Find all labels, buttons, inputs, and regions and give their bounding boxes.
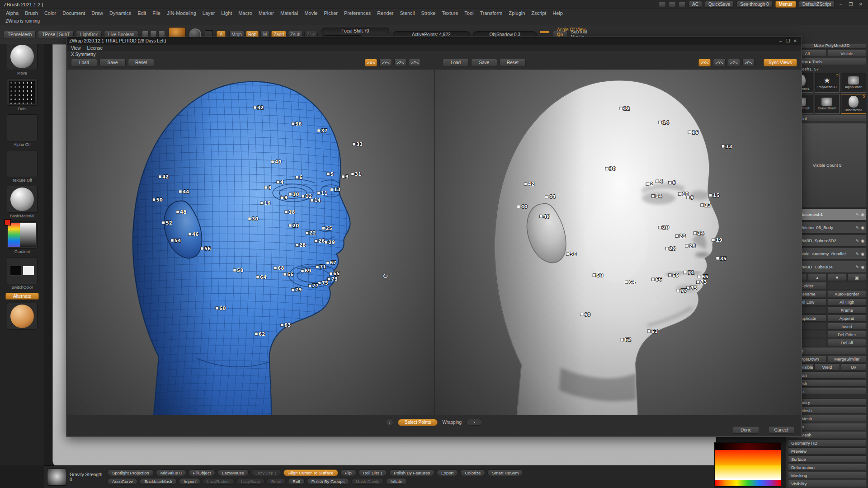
correspondence-point[interactable] (646, 183, 649, 186)
correspondence-point[interactable] (216, 307, 218, 310)
titlebar-menus[interactable]: Menus (775, 1, 796, 8)
shelf-texture-off-thumb[interactable] (7, 150, 38, 177)
correspondence-point[interactable] (289, 193, 292, 196)
menu-color[interactable]: Color (41, 10, 59, 16)
zwrap-titlebar[interactable]: ZWrap 2020.12.1 TRIAL PERIOD (26 Days Le… (66, 37, 802, 45)
menu-transform[interactable]: Transform (477, 10, 506, 16)
menu-zplugin[interactable]: Zplugin (505, 10, 528, 16)
correspondence-point[interactable] (271, 160, 274, 163)
focal-shift-slider[interactable]: Focal Shift 70 (321, 28, 389, 34)
zwrap-left-load[interactable]: Load (71, 59, 97, 66)
section-visibility[interactable]: Visibility (788, 480, 866, 487)
menu-dynamics[interactable]: Dynamics (106, 10, 134, 16)
correspondence-point[interactable] (264, 186, 267, 189)
correspondence-point[interactable] (524, 183, 527, 186)
correspondence-point[interactable] (678, 192, 681, 196)
correspondence-point[interactable] (233, 269, 236, 272)
section-geometry-hd[interactable]: Geometry HD (788, 439, 866, 446)
white-sculpt-head[interactable]: 1214163330246941091315194248444056582022… (476, 70, 757, 415)
correspondence-point[interactable] (580, 313, 583, 316)
correspondence-point[interactable] (677, 289, 680, 292)
correspondence-point[interactable] (277, 181, 279, 183)
paint-icon[interactable]: ✎ (856, 225, 859, 230)
white-swatch[interactable] (23, 266, 34, 276)
bottom-import[interactable]: Import (179, 478, 200, 485)
correspondence-point[interactable] (651, 278, 655, 281)
viewport-target-mesh[interactable]: 1214163330246941091315194248444056582022… (435, 70, 802, 415)
correspondence-point[interactable] (651, 195, 655, 198)
blue-wireframe-head[interactable]: 3236373331534869101211131416184030202225… (115, 70, 387, 415)
shelf-move-thumb[interactable] (7, 43, 38, 70)
layout-icon[interactable] (659, 2, 666, 7)
correspondence-point[interactable] (322, 227, 325, 230)
correspondence-point[interactable] (685, 244, 688, 248)
menu-brush[interactable]: Brush (22, 10, 41, 16)
bottom-spotlight-projection[interactable]: Spotlight Projection (108, 469, 154, 476)
palette-del-other[interactable]: Del Other (828, 331, 867, 338)
correspondence-point[interactable] (201, 247, 203, 250)
correspondence-point[interactable] (668, 274, 671, 277)
bottom-roll[interactable]: Roll (288, 478, 304, 485)
paint-icon[interactable]: ✎ (856, 265, 859, 269)
correspondence-point[interactable] (722, 145, 725, 148)
wrapping-label[interactable]: Wrapping (442, 420, 462, 425)
bottom-polish-by-groups[interactable]: Polish By Groups (307, 478, 349, 485)
correspondence-point[interactable] (716, 257, 719, 260)
axis-left-y[interactable]: >Y< (379, 59, 392, 66)
next-step-arrow[interactable]: › (466, 419, 482, 426)
menu-alpha[interactable]: Alpha (3, 10, 22, 16)
correspondence-point[interactable] (517, 205, 520, 208)
correspondence-point[interactable] (539, 215, 542, 218)
menu-file[interactable]: File (149, 10, 164, 16)
menu-render[interactable]: Render (374, 10, 396, 16)
eye-icon[interactable]: ◉ (861, 252, 864, 256)
correspondence-point[interactable] (353, 143, 355, 145)
bottom-midvalue-0[interactable]: MidValue 0 (156, 469, 186, 476)
section-masking[interactable]: Masking (788, 472, 866, 479)
correspondence-point[interactable] (296, 176, 298, 178)
paint-icon[interactable]: ✎ (856, 212, 859, 217)
shelf-item-thumb[interactable] (7, 303, 38, 330)
menu-layer[interactable]: Layer (199, 10, 218, 16)
axis-left-p[interactable]: >P< (409, 59, 421, 66)
correspondence-point[interactable] (317, 129, 320, 132)
section-surface[interactable]: Surface (788, 455, 866, 463)
sync-views-button[interactable]: Sync Views (764, 59, 797, 66)
tool-thumb-eraserbrush[interactable]: EraserBrush (815, 94, 840, 114)
zwrap-left-reset[interactable]: Reset (128, 59, 154, 66)
correspondence-point[interactable] (675, 235, 679, 238)
bottom-roll-dist-1[interactable]: Roll Dist 1 (359, 469, 387, 476)
correspondence-point[interactable] (302, 195, 304, 197)
palette-item[interactable]: ▼ (828, 274, 847, 281)
select-points-button[interactable]: Select Points (398, 419, 438, 426)
correspondence-point[interactable] (325, 241, 327, 244)
correspondence-point[interactable] (709, 194, 712, 197)
zwrap-menu-license[interactable]: License (87, 46, 103, 51)
menu-picker[interactable]: Picker (321, 10, 341, 16)
correspondence-point[interactable] (700, 204, 703, 207)
correspondence-point[interactable] (621, 338, 624, 341)
correspondence-point[interactable] (605, 167, 609, 170)
section-preview[interactable]: Preview (788, 447, 866, 455)
paint-icon[interactable]: ✎ (856, 239, 859, 243)
correspondence-point[interactable] (688, 131, 691, 134)
correspondence-point[interactable] (317, 192, 320, 194)
correspondence-point[interactable] (292, 122, 294, 125)
correspondence-point[interactable] (311, 199, 313, 202)
alpha-thumbnail[interactable] (47, 469, 67, 486)
titlebar-defaultzscript[interactable]: DefaultZScript (799, 1, 835, 8)
correspondence-point[interactable] (171, 239, 174, 242)
correspondence-point[interactable] (658, 121, 661, 124)
correspondence-point[interactable] (668, 181, 671, 184)
menu-tool[interactable]: Tool (461, 10, 476, 16)
gradient-swatch-panel[interactable] (714, 442, 781, 487)
menu-movie[interactable]: Movie (301, 10, 321, 16)
correspondence-point[interactable] (292, 288, 294, 291)
section-deformation[interactable]: Deformation (788, 464, 866, 471)
menu-stroke[interactable]: Stroke (418, 10, 439, 16)
axis-left-x[interactable]: >X< (365, 59, 377, 66)
bottom-polish-by-features[interactable]: Polish By Features (389, 469, 434, 476)
menu-material[interactable]: Material (277, 10, 301, 16)
palette-item[interactable]: ▣ (847, 274, 866, 281)
bottom-colorize[interactable]: Colorize (460, 469, 485, 476)
